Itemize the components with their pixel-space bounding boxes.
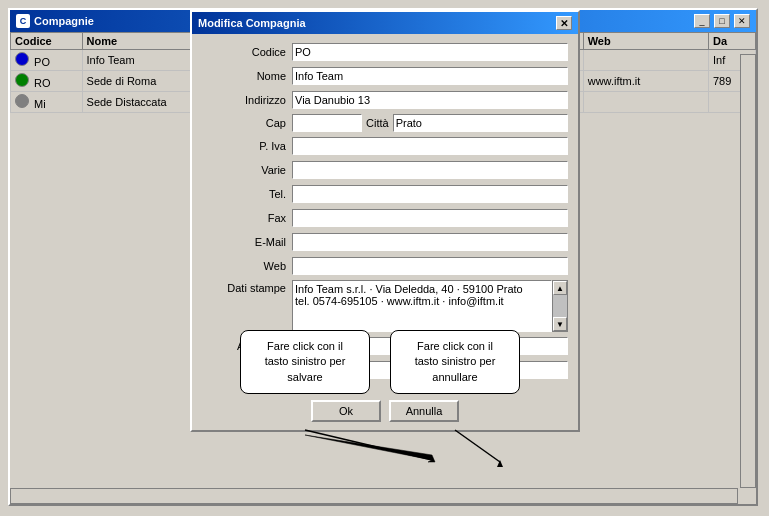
vertical-scrollbar[interactable] [740, 54, 756, 488]
annulla-button[interactable]: Annulla [389, 400, 459, 422]
scrollbar-corner [740, 488, 756, 504]
web-label: Web [202, 260, 292, 272]
close-button[interactable]: ✕ [734, 14, 750, 28]
tel-row: Tel. [202, 184, 568, 204]
fax-row: Fax [202, 208, 568, 228]
cell-codice: RO [11, 71, 83, 92]
indirizzo-label: Indirizzo [202, 94, 292, 106]
dialog-title: Modifica Compagnia [198, 17, 552, 29]
dati-scrollbar[interactable]: ▲ ▼ [552, 280, 568, 332]
email-input[interactable] [292, 233, 568, 251]
scroll-track [553, 295, 567, 317]
col-header-da: Da [708, 33, 755, 50]
col-header-codice: Codice [11, 33, 83, 50]
maximize-button[interactable]: □ [714, 14, 730, 28]
varie-label: Varie [202, 164, 292, 176]
varie-row: Varie [202, 160, 568, 180]
main-window-icon: C [16, 14, 30, 28]
cell-codice: Mi [11, 92, 83, 113]
row-icon [15, 94, 29, 108]
codice-row: Codice [202, 42, 568, 62]
cap-label: Cap [202, 117, 292, 129]
cell-web [583, 92, 708, 113]
horizontal-scrollbar[interactable] [10, 488, 738, 504]
email-row: E-Mail [202, 232, 568, 252]
tel-input[interactable] [292, 185, 568, 203]
cell-web: www.iftm.it [583, 71, 708, 92]
codice-input[interactable] [292, 43, 568, 61]
dialog-titlebar: Modifica Compagnia ✕ [192, 12, 578, 34]
citta-label: Città [362, 117, 393, 129]
piva-input[interactable] [292, 137, 568, 155]
nome-label: Nome [202, 70, 292, 82]
fax-input[interactable] [292, 209, 568, 227]
ok-tooltip: Fare click con il tasto sinistro per sal… [240, 330, 370, 394]
codice-label: Codice [202, 46, 292, 58]
dati-stampe-label: Dati stampe [202, 280, 292, 332]
ok-button[interactable]: Ok [311, 400, 381, 422]
web-input[interactable] [292, 257, 568, 275]
email-label: E-Mail [202, 236, 292, 248]
nome-row: Nome [202, 66, 568, 86]
indirizzo-input[interactable] [292, 91, 568, 109]
piva-label: P. Iva [202, 140, 292, 152]
col-header-web: Web [583, 33, 708, 50]
dialog-buttons: Ok Annulla [192, 392, 578, 430]
piva-row: P. Iva [202, 136, 568, 156]
fax-label: Fax [202, 212, 292, 224]
citta-input[interactable] [393, 114, 568, 132]
dati-stampe-row: Dati stampe Info Team s.r.l. · Via Deled… [202, 280, 568, 332]
nome-input[interactable] [292, 67, 568, 85]
row-icon [15, 73, 29, 87]
dati-stampe-input[interactable]: Info Team s.r.l. · Via Deledda, 40 · 591… [292, 280, 552, 332]
varie-input[interactable] [292, 161, 568, 179]
indirizzo-row: Indirizzo [202, 90, 568, 110]
scroll-down-arrow[interactable]: ▼ [553, 317, 567, 331]
cap-citta-row: Cap Città [202, 114, 568, 132]
row-icon [15, 52, 29, 66]
web-row: Web [202, 256, 568, 276]
annulla-tooltip: Fare click con il tasto sinistro per ann… [390, 330, 520, 394]
minimize-button[interactable]: _ [694, 14, 710, 28]
tel-label: Tel. [202, 188, 292, 200]
cap-input[interactable] [292, 114, 362, 132]
dialog-close-button[interactable]: ✕ [556, 16, 572, 30]
cell-web [583, 50, 708, 71]
cell-codice: PO [11, 50, 83, 71]
scroll-up-arrow[interactable]: ▲ [553, 281, 567, 295]
